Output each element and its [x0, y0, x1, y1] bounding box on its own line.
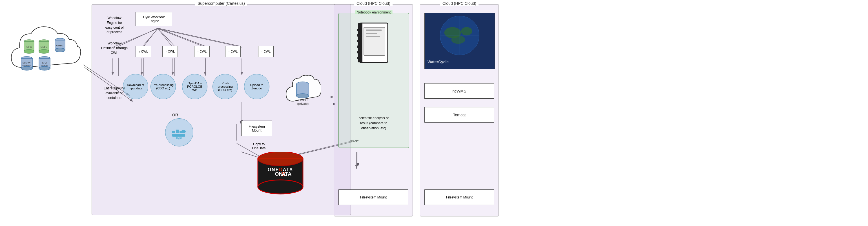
hpc-cloud-box-1: Cloud (HPC Cloud) Notebook environment: [334, 4, 413, 217]
svg-text:GRDC: GRDC: [299, 99, 307, 102]
svg-point-64: [297, 93, 309, 98]
svg-text:Forecast: Forecast: [22, 64, 31, 67]
svg-point-60: [181, 130, 186, 133]
workflow-cwl-label: WorkflowDefinition throughCWL: [97, 41, 131, 55]
svg-rect-56: [172, 131, 175, 133]
svg-point-31: [21, 66, 32, 70]
workflow-engine-label: WorkflowEngine foreasy controlof process: [97, 16, 131, 35]
circle-hype: Hype: [165, 118, 193, 146]
cylc-box: Cylc WorkflowEngine: [135, 12, 172, 26]
svg-rect-83: [366, 30, 381, 31]
svg-point-70: [258, 152, 303, 166]
circle-download: Download ofinput data: [123, 74, 148, 99]
svg-text:Interim: Interim: [41, 64, 48, 67]
svg-rect-78: [357, 40, 363, 42]
ncwms-box: ncWMS: [425, 83, 494, 99]
svg-text:GRDC: GRDC: [56, 44, 64, 47]
hpc-cloud-2-title: Cloud (HPC Cloud): [440, 1, 478, 6]
notebook-env-title: Notebook environment: [355, 10, 393, 14]
hpc-cloud-box-2: Cloud (HPC Cloud) WaterCycle ncWMS: [420, 4, 499, 217]
svg-rect-85: [366, 36, 380, 37]
cwl-box-3: ↑ CWL: [194, 46, 210, 57]
svg-point-19: [24, 49, 34, 53]
notebook-env-box: Notebook environment: [338, 13, 409, 148]
svg-text:WaterCycle: WaterCycle: [428, 60, 448, 64]
svg-text:ECMWF: ECMWF: [23, 62, 31, 64]
cloud-left: GFS GEFS GRDC ECMWF F: [6, 17, 85, 96]
svg-text:GFS: GFS: [27, 45, 32, 48]
tomcat-box: Tomcat: [425, 107, 494, 122]
svg-text:ERA: ERA: [42, 62, 47, 64]
cloud-svg: GFS GEFS GRDC ECMWF F: [6, 17, 85, 90]
hpc-cloud-1-title: Cloud (HPC Cloud): [354, 1, 393, 6]
svg-rect-80: [357, 51, 363, 53]
cwl-box-4: ↑ CWL: [225, 46, 241, 57]
svg-rect-81: [357, 57, 363, 59]
or-label: OR: [172, 113, 178, 117]
svg-rect-82: [364, 27, 385, 55]
cwl-box-5: ↑ CWL: [258, 46, 274, 57]
svg-rect-59: [172, 134, 185, 137]
svg-point-89: [461, 27, 472, 35]
circle-postprocessing: Post-processing(CDO etc): [213, 74, 238, 99]
svg-text:(private): (private): [297, 102, 309, 105]
circle-openda: OpenDA +PCRGLOBWB: [182, 74, 208, 99]
cwl-box-2: ↑ CWL: [162, 46, 178, 57]
svg-rect-57: [176, 129, 179, 133]
filesystem-mount-super: FilesystemMount: [241, 121, 272, 136]
scientific-analysis-label: scientific analysis ofresult (compare to…: [342, 116, 406, 131]
filesystem-mount-hpc2: Filesystem Mount: [425, 189, 494, 205]
svg-point-27: [55, 48, 65, 52]
copy-to-onedata-label: Copy toOneData: [245, 142, 272, 150]
grdc-cloud: GRDC (private): [285, 73, 321, 110]
circle-zenodo: Upload toZenodo: [244, 74, 270, 99]
svg-point-23: [39, 49, 49, 53]
onedata-cylinder: ONE D ATA ONEDATA: [255, 152, 306, 198]
circle-preprocessing: Pre-processing(CDO etc): [151, 74, 176, 99]
svg-text:Hype: Hype: [176, 137, 182, 140]
watercycle-image: WaterCycle: [425, 13, 495, 69]
svg-rect-79: [357, 45, 363, 48]
svg-rect-76: [357, 29, 363, 31]
svg-text:GEFS: GEFS: [40, 45, 48, 48]
cwl-box-1: ↑ CWL: [135, 46, 151, 57]
onedata-label: ONEDATA: [258, 167, 303, 172]
notebook-icon: [355, 22, 392, 68]
svg-point-90: [451, 35, 465, 44]
supercomputer-title: Supercomputer (Cartesius): [195, 1, 247, 6]
diagram-container: GFS GEFS GRDC ECMWF F: [0, 0, 868, 226]
svg-rect-84: [366, 33, 377, 34]
filesystem-mount-hpc1: Filesystem Mount: [338, 189, 408, 205]
svg-point-69: [258, 180, 303, 194]
svg-point-36: [39, 66, 50, 70]
svg-rect-77: [357, 34, 363, 37]
